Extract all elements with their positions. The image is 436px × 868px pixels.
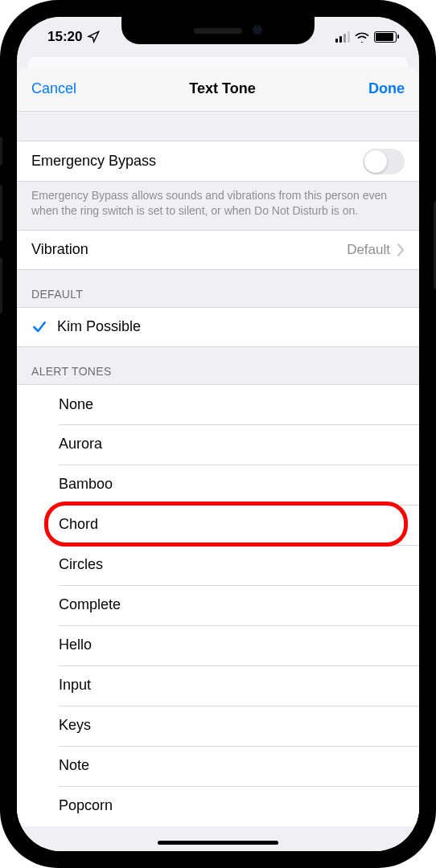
alert-tone-label: Aurora xyxy=(59,436,102,452)
alert-tone-row[interactable]: Chord xyxy=(17,505,419,545)
device-frame: 15:20 xyxy=(0,0,436,868)
alert-tone-label: None xyxy=(59,396,93,413)
alert-tone-row[interactable]: None xyxy=(17,384,419,424)
status-time: 15:20 xyxy=(47,29,82,45)
section-header-alert-tones: ALERT TONES xyxy=(17,347,419,384)
default-tone-label: Kim Possible xyxy=(57,318,141,335)
section-header-default: DEFAULT xyxy=(17,270,419,307)
alert-tone-label: Popcorn xyxy=(59,797,113,814)
nav-bar: Cancel Text Tone Done xyxy=(17,67,419,112)
alert-tone-label: Hello xyxy=(59,637,92,653)
emergency-bypass-label: Emergency Bypass xyxy=(31,153,156,170)
chevron-right-icon xyxy=(397,244,405,256)
alert-tone-label: Input xyxy=(59,677,91,694)
volume-down-button xyxy=(0,257,2,313)
cancel-button[interactable]: Cancel xyxy=(31,80,76,97)
alert-tones-list: NoneAuroraBambooChordCirclesCompleteHell… xyxy=(17,384,419,826)
alert-tone-row[interactable]: Popcorn xyxy=(17,786,419,826)
alert-tone-row[interactable]: Input xyxy=(17,665,419,706)
vibration-label: Vibration xyxy=(31,241,88,258)
speaker xyxy=(194,28,242,34)
alert-tone-label: Circles xyxy=(59,556,103,573)
alert-tone-row[interactable]: Complete xyxy=(17,585,419,625)
alert-tone-row[interactable]: Note xyxy=(17,746,419,786)
mute-switch xyxy=(0,137,2,166)
alert-tone-row[interactable]: Aurora xyxy=(17,424,419,465)
notch xyxy=(121,17,315,44)
text-tone-sheet: Cancel Text Tone Done Emergency Bypass xyxy=(17,67,419,851)
emergency-bypass-toggle[interactable] xyxy=(363,149,405,174)
vibration-row[interactable]: Vibration Default xyxy=(17,230,419,270)
alert-tone-row[interactable]: Keys xyxy=(17,706,419,746)
screen: 15:20 xyxy=(17,17,419,851)
sheet-content[interactable]: Emergency Bypass Emergency Bypass allows… xyxy=(17,112,419,851)
volume-up-button xyxy=(0,185,2,241)
emergency-bypass-description: Emergency Bypass allows sounds and vibra… xyxy=(17,181,419,230)
battery-icon xyxy=(374,31,397,43)
vibration-value: Default xyxy=(347,242,390,258)
alert-tone-label: Bamboo xyxy=(59,476,113,493)
front-camera xyxy=(253,25,262,35)
alert-tone-row[interactable]: Circles xyxy=(17,545,419,585)
wifi-icon xyxy=(355,31,369,43)
alert-tone-label: Chord xyxy=(59,516,98,533)
page-title: Text Tone xyxy=(189,80,255,97)
alert-tone-label: Keys xyxy=(59,717,91,734)
emergency-bypass-row[interactable]: Emergency Bypass xyxy=(17,141,419,181)
alert-tone-label: Note xyxy=(59,757,89,774)
alert-tone-row[interactable]: Bamboo xyxy=(17,465,419,505)
default-tone-row[interactable]: Kim Possible xyxy=(17,307,419,347)
alert-tone-row[interactable]: Hello xyxy=(17,625,419,665)
cellular-signal-icon xyxy=(335,31,350,43)
done-button[interactable]: Done xyxy=(368,80,405,97)
checkmark-icon xyxy=(31,319,47,335)
navigation-icon xyxy=(87,31,100,43)
home-indicator[interactable] xyxy=(158,841,278,845)
alert-tone-label: Complete xyxy=(59,596,121,613)
